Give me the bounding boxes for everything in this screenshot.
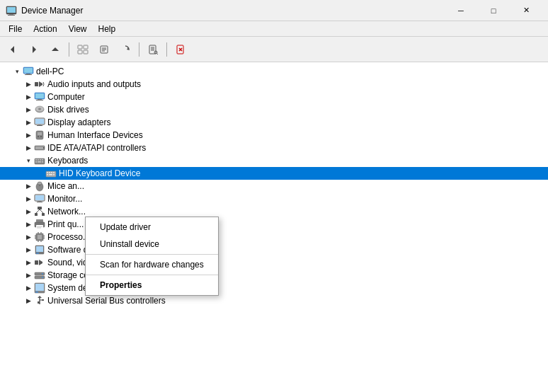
tree-item-storage[interactable]: ▶ Storage controllers bbox=[0, 269, 548, 282]
close-button[interactable]: ✕ bbox=[510, 0, 542, 21]
svg-rect-52 bbox=[42, 159, 43, 161]
usb-label: Universal Serial Bus controllers bbox=[47, 296, 166, 306]
audio-icon bbox=[34, 79, 45, 90]
svg-marker-6 bbox=[52, 47, 59, 51]
network-toggle[interactable]: ▶ bbox=[23, 206, 34, 217]
usb-toggle[interactable]: ▶ bbox=[23, 295, 34, 306]
tree-item-usb[interactable]: ▶ Universal Serial Bus controllers bbox=[0, 294, 548, 307]
tree-item-print[interactable]: ▶ Print qu... bbox=[0, 218, 548, 231]
svg-rect-79 bbox=[37, 226, 42, 227]
tree-item-display[interactable]: ▶ Display adapters bbox=[0, 116, 548, 129]
svg-rect-16 bbox=[149, 45, 156, 54]
network-icon bbox=[34, 206, 45, 217]
show-hidden-button[interactable] bbox=[73, 40, 93, 59]
properties-toolbar-button[interactable] bbox=[94, 40, 114, 59]
svg-rect-8 bbox=[78, 50, 82, 54]
print-label: Print qu... bbox=[47, 219, 84, 229]
svg-rect-50 bbox=[38, 159, 39, 161]
tree-item-mice[interactable]: ▶ Mice an... bbox=[0, 180, 548, 192]
ctx-uninstall-device[interactable]: Uninstall device bbox=[86, 236, 218, 253]
tree-item-hid[interactable]: ▶ Human Interface Devices bbox=[0, 129, 548, 142]
tree-item-audio[interactable]: ▶ Audio inputs and outputs bbox=[0, 78, 548, 91]
tree-item-keyboards[interactable]: ▾ Keyboards bbox=[0, 154, 548, 167]
menu-bar: File Action View Help bbox=[0, 21, 548, 37]
context-menu: Update driver Uninstall device Scan for … bbox=[85, 217, 219, 296]
svg-line-21 bbox=[156, 53, 158, 54]
disk-toggle[interactable]: ▶ bbox=[23, 104, 34, 115]
update-driver-toolbar-button[interactable] bbox=[115, 40, 135, 59]
keyboards-label: Keyboards bbox=[47, 156, 88, 166]
menu-file[interactable]: File bbox=[3, 23, 28, 35]
svg-rect-29 bbox=[35, 82, 38, 86]
maximize-button[interactable]: □ bbox=[477, 0, 510, 21]
audio-toggle[interactable]: ▶ bbox=[23, 79, 34, 90]
processors-toggle[interactable]: ▶ bbox=[23, 231, 34, 243]
svg-rect-103 bbox=[35, 292, 38, 293]
menu-view[interactable]: View bbox=[63, 23, 93, 35]
svg-point-36 bbox=[38, 108, 41, 110]
tree-item-processors[interactable]: ▶ Processo... bbox=[0, 231, 548, 243]
menu-action[interactable]: Action bbox=[28, 23, 62, 35]
computer-device-icon bbox=[34, 91, 45, 103]
display-toggle[interactable]: ▶ bbox=[23, 117, 34, 128]
sound-toggle[interactable]: ▶ bbox=[23, 257, 34, 268]
tree-item-network[interactable]: ▶ Network... bbox=[0, 205, 548, 218]
svg-rect-58 bbox=[49, 172, 50, 173]
svg-rect-31 bbox=[35, 93, 44, 98]
software-toggle[interactable]: ▶ bbox=[23, 244, 34, 255]
svg-rect-40 bbox=[37, 125, 42, 126]
svg-point-43 bbox=[38, 136, 39, 137]
minimize-button[interactable]: ─ bbox=[445, 0, 477, 21]
tree-item-hid-keyboard[interactable]: HID Keyboard Device bbox=[0, 167, 548, 180]
toolbar bbox=[0, 37, 548, 62]
system-toggle[interactable]: ▶ bbox=[23, 282, 34, 294]
ctx-scan[interactable]: Scan for hardware changes bbox=[86, 256, 218, 273]
mice-toggle[interactable]: ▶ bbox=[23, 180, 34, 192]
ide-label: IDE ATA/ATAPI controllers bbox=[47, 143, 146, 153]
tree-item-sound[interactable]: ▶ Sound, video and game controllers bbox=[0, 256, 548, 269]
up-button[interactable] bbox=[45, 40, 65, 59]
device-tree[interactable]: ▾ dell-PC ▶ bbox=[0, 62, 548, 392]
svg-point-99 bbox=[42, 273, 43, 275]
computer-label: Computer bbox=[47, 92, 85, 102]
hid-toggle[interactable]: ▶ bbox=[23, 129, 34, 141]
tree-item-disk[interactable]: ▶ Disk drives bbox=[0, 103, 548, 116]
menu-help[interactable]: Help bbox=[93, 23, 122, 35]
svg-rect-28 bbox=[25, 74, 32, 75]
scan-toolbar-button[interactable] bbox=[143, 40, 163, 59]
tree-item-computer[interactable]: ▶ Computer bbox=[0, 91, 548, 103]
monitors-toggle[interactable]: ▶ bbox=[23, 193, 34, 204]
ctx-properties[interactable]: Properties bbox=[86, 277, 218, 294]
back-button[interactable] bbox=[3, 40, 23, 59]
svg-rect-80 bbox=[37, 228, 41, 229]
svg-rect-55 bbox=[42, 161, 43, 163]
svg-rect-102 bbox=[35, 284, 44, 291]
tree-item-system[interactable]: ▶ System devices bbox=[0, 282, 548, 294]
keyboards-toggle[interactable]: ▾ bbox=[23, 155, 34, 166]
svg-point-66 bbox=[38, 182, 42, 185]
root-toggle[interactable]: ▾ bbox=[11, 66, 23, 77]
tree-item-ide[interactable]: ▶ IDE ATA/ATAPI controllers bbox=[0, 142, 548, 154]
root-label: dell-PC bbox=[36, 67, 64, 76]
svg-line-74 bbox=[36, 209, 40, 213]
forward-button[interactable] bbox=[24, 40, 44, 59]
svg-rect-33 bbox=[36, 100, 43, 100]
svg-rect-73 bbox=[42, 213, 45, 216]
mouse-icon bbox=[34, 180, 45, 192]
storage-toggle[interactable]: ▶ bbox=[23, 270, 34, 281]
mice-label: Mice an... bbox=[47, 181, 84, 191]
separator-2 bbox=[139, 42, 139, 57]
monitor-icon bbox=[34, 193, 45, 204]
display-label: Display adapters bbox=[47, 117, 110, 127]
ide-toggle[interactable]: ▶ bbox=[23, 142, 34, 154]
uninstall-toolbar-button[interactable] bbox=[171, 40, 190, 59]
svg-rect-63 bbox=[53, 174, 55, 175]
tree-item-software[interactable]: ▶ Software devices bbox=[0, 243, 548, 256]
computer-toggle[interactable]: ▶ bbox=[23, 91, 34, 103]
svg-marker-5 bbox=[33, 46, 36, 53]
ctx-update-driver[interactable]: Update driver bbox=[86, 219, 218, 236]
tree-root[interactable]: ▾ dell-PC bbox=[0, 65, 548, 78]
tree-item-monitors[interactable]: ▶ Monitor... bbox=[0, 192, 548, 205]
svg-rect-54 bbox=[38, 161, 41, 163]
print-toggle[interactable]: ▶ bbox=[23, 219, 34, 230]
